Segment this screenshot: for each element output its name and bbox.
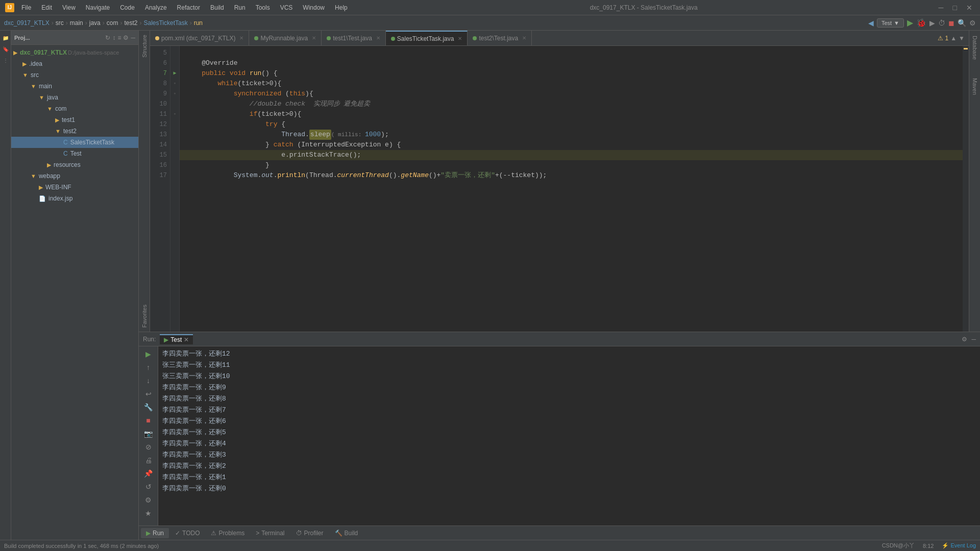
menu-run[interactable]: Run bbox=[230, 3, 250, 12]
tree-src[interactable]: ▼ src bbox=[11, 69, 138, 81]
close-button[interactable]: ✕ bbox=[964, 3, 975, 13]
tree-webapp[interactable]: ▼ webapp bbox=[11, 170, 138, 182]
left-tab-structure[interactable]: Structure bbox=[140, 31, 149, 62]
tree-test-class[interactable]: C Test bbox=[11, 148, 138, 159]
bottom-tab-run[interactable]: ▶ Run bbox=[141, 528, 169, 538]
menu-bar[interactable]: File Edit View Navigate Code Analyze Ref… bbox=[17, 3, 352, 12]
tree-main[interactable]: ▼ main bbox=[11, 81, 138, 92]
bottom-tab-todo[interactable]: ✓ TODO bbox=[170, 528, 205, 538]
tab-close-test2[interactable]: ✕ bbox=[522, 35, 526, 41]
tree-test2[interactable]: ▼ test2 bbox=[11, 126, 138, 137]
editor-scroll-down[interactable]: ▼ bbox=[959, 35, 965, 42]
tab-myrunnable[interactable]: MyRunnable.java ✕ bbox=[249, 31, 322, 46]
run-stop-button[interactable]: ■ bbox=[143, 415, 154, 426]
tab-test2[interactable]: test2\Test.java ✕ bbox=[468, 31, 532, 46]
panel-minimize-icon[interactable]: ─ bbox=[131, 34, 135, 41]
breadcrumb-method[interactable]: run bbox=[194, 19, 203, 27]
right-tab-maven[interactable]: Maven bbox=[971, 75, 979, 98]
tree-webinf[interactable]: ▶ WEB-INF bbox=[11, 182, 138, 193]
menu-code[interactable]: Code bbox=[116, 3, 139, 12]
run-screenshot-button[interactable]: 📷 bbox=[143, 428, 154, 439]
menu-vcs[interactable]: VCS bbox=[276, 3, 297, 12]
tab-pomxml[interactable]: pom.xml (dxc_0917_KTLX) ✕ bbox=[150, 31, 249, 46]
tab-salestickettask[interactable]: SalesTicketTask.java ✕ bbox=[386, 31, 468, 46]
run-print-button[interactable]: 🖨 bbox=[143, 455, 154, 466]
menu-edit[interactable]: Edit bbox=[37, 3, 56, 12]
code-content[interactable]: @Override public void run() { while(tick… bbox=[180, 46, 963, 332]
breadcrumb-java[interactable]: java bbox=[89, 19, 101, 27]
structure-icon[interactable]: ⋮ bbox=[1, 55, 11, 65]
bottom-tab-terminal[interactable]: > Terminal bbox=[251, 528, 289, 538]
tab-test1[interactable]: test1\Test.java ✕ bbox=[322, 31, 386, 46]
tree-root[interactable]: ▶ dxc_0917_KTLX D:/java-baties-space bbox=[11, 47, 138, 58]
left-tab-favorites[interactable]: Favorites bbox=[140, 300, 149, 332]
breadcrumb-src[interactable]: src bbox=[56, 19, 64, 27]
tree-salestickettask[interactable]: C SalesTicketTask bbox=[11, 137, 138, 148]
tab-close-sales[interactable]: ✕ bbox=[458, 36, 462, 41]
tab-close-pomxml[interactable]: ✕ bbox=[239, 35, 243, 41]
run-tools-button[interactable]: 🔧 bbox=[143, 402, 154, 413]
menu-window[interactable]: Window bbox=[299, 3, 329, 12]
breadcrumb-class[interactable]: SalesTicketTask bbox=[143, 19, 187, 27]
bottom-tab-problems[interactable]: ⚠ Problems bbox=[206, 528, 250, 538]
tree-resources[interactable]: ▶ resources bbox=[11, 159, 138, 170]
run-scroll-down[interactable]: ↓ bbox=[143, 375, 154, 386]
breadcrumb-com[interactable]: com bbox=[107, 19, 118, 27]
panel-settings-icon[interactable]: ⚙ bbox=[123, 34, 129, 41]
gutter-run-7[interactable]: ▶ bbox=[173, 68, 176, 79]
run-panel-settings-icon[interactable]: ⚙ bbox=[962, 336, 967, 343]
run-panel-minimize-icon[interactable]: ─ bbox=[971, 336, 976, 343]
breadcrumb-project[interactable]: dxc_0917_KTLX bbox=[4, 19, 50, 27]
menu-view[interactable]: View bbox=[58, 3, 80, 12]
minimize-button[interactable]: ─ bbox=[936, 3, 946, 13]
event-log-button[interactable]: ⚡ Event Log bbox=[942, 542, 976, 549]
panel-filter-icon[interactable]: ≡ bbox=[117, 34, 121, 41]
window-controls[interactable]: ─ □ ✕ bbox=[936, 3, 975, 13]
debug-button[interactable]: 🐞 bbox=[916, 18, 926, 28]
run-wrap-button[interactable]: ↩ bbox=[143, 388, 154, 399]
tree-idea[interactable]: ▶ .idea bbox=[11, 58, 138, 69]
run-settings2-button[interactable]: ⚙ bbox=[143, 494, 154, 506]
tab-close-test1[interactable]: ✕ bbox=[376, 35, 380, 41]
run-star-button[interactable]: ★ bbox=[143, 508, 154, 519]
run-scroll-up[interactable]: ↑ bbox=[143, 362, 154, 373]
editor-scrollbar[interactable] bbox=[963, 46, 969, 332]
menu-analyze[interactable]: Analyze bbox=[141, 3, 171, 12]
project-icon[interactable]: 📁 bbox=[1, 33, 11, 43]
run-tab-test[interactable]: ▶ Test ✕ bbox=[160, 334, 193, 344]
menu-build[interactable]: Build bbox=[206, 3, 228, 12]
right-tab-database[interactable]: Database bbox=[971, 33, 979, 63]
run-tab-close[interactable]: ✕ bbox=[184, 336, 189, 343]
maximize-button[interactable]: □ bbox=[950, 3, 960, 13]
editor-scroll-up[interactable]: ▲ bbox=[950, 35, 957, 42]
panel-sync-icon[interactable]: ↻ bbox=[105, 34, 110, 41]
tree-test1[interactable]: ▶ test1 bbox=[11, 114, 138, 126]
menu-refactor[interactable]: Refactor bbox=[173, 3, 204, 12]
run-button[interactable]: ▶ bbox=[907, 18, 913, 28]
code-editor[interactable]: 5 6 7 8 9 10 11 12 13 14 15 16 17 bbox=[150, 46, 969, 332]
run-pin-button[interactable]: 📌 bbox=[143, 468, 154, 479]
bookmark-icon[interactable]: 🔖 bbox=[1, 44, 11, 54]
profile-button[interactable]: ⏱ bbox=[938, 19, 945, 27]
nav-back-icon[interactable]: ◀ bbox=[868, 19, 874, 27]
menu-file[interactable]: File bbox=[17, 3, 35, 12]
run-clear-button[interactable]: ⊘ bbox=[143, 441, 154, 453]
menu-navigate[interactable]: Navigate bbox=[82, 3, 114, 12]
menu-tools[interactable]: Tools bbox=[252, 3, 274, 12]
menu-help[interactable]: Help bbox=[331, 3, 352, 12]
run-config-dropdown-icon[interactable]: ▼ bbox=[894, 20, 899, 26]
search-everywhere-icon[interactable]: 🔍 bbox=[958, 19, 966, 27]
run-restart-button[interactable]: ▶ bbox=[143, 348, 154, 360]
run-undo-button[interactable]: ↺ bbox=[143, 481, 154, 492]
breadcrumb-main[interactable]: main bbox=[70, 19, 83, 27]
tree-indexjsp[interactable]: 📄 index.jsp bbox=[11, 193, 138, 204]
bottom-tab-profiler[interactable]: ⏱ Profiler bbox=[291, 528, 329, 538]
panel-collapse-icon[interactable]: ↕ bbox=[112, 34, 115, 41]
tree-com[interactable]: ▼ com bbox=[11, 103, 138, 114]
tree-java[interactable]: ▼ java bbox=[11, 92, 138, 103]
breadcrumb-test2[interactable]: test2 bbox=[124, 19, 137, 27]
run-with-coverage-button[interactable]: ▶ bbox=[929, 19, 935, 27]
settings-gear-icon[interactable]: ⚙ bbox=[969, 19, 976, 27]
bottom-tab-build[interactable]: 🔨 Build bbox=[330, 528, 363, 538]
tab-close-myrunnable[interactable]: ✕ bbox=[312, 35, 316, 41]
